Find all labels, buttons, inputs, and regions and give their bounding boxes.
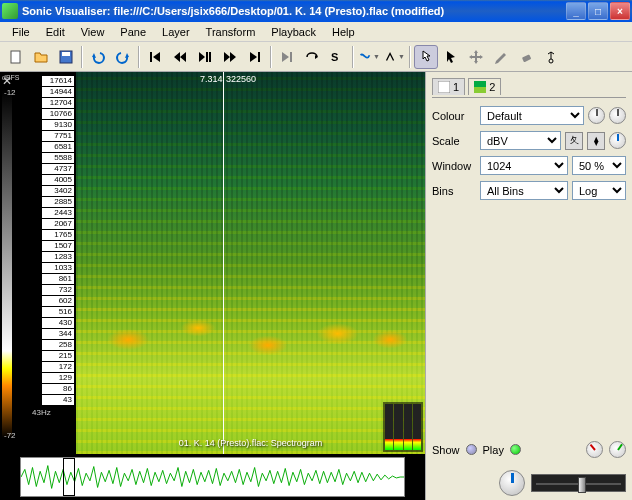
select-tool[interactable] — [439, 45, 463, 69]
record-button[interactable] — [275, 45, 299, 69]
spectrogram-view[interactable]: 7.314 322560 01. K. 14 (Presto).flac: Sp… — [76, 72, 425, 454]
move-tool[interactable] — [464, 45, 488, 69]
normalize-visible-button[interactable]: ⧫ — [587, 132, 605, 150]
freq-tick: 3402 — [42, 186, 74, 196]
layer-tab-2[interactable]: 2 — [468, 78, 501, 95]
freq-tick: 5588 — [42, 153, 74, 163]
freq-tick: 2443 — [42, 208, 74, 218]
svg-rect-7 — [290, 52, 292, 62]
erase-tool[interactable] — [514, 45, 538, 69]
show-toggle[interactable] — [466, 444, 477, 455]
menu-layer[interactable]: Layer — [154, 24, 198, 40]
svg-rect-13 — [474, 87, 486, 93]
layer-tab-1[interactable]: 1 — [432, 78, 465, 95]
svg-rect-5 — [209, 52, 211, 62]
freq-tick: 215 — [42, 351, 74, 361]
undo-button[interactable] — [86, 45, 110, 69]
freq-tick: 732 — [42, 285, 74, 295]
layer-tab-1-label: 1 — [453, 81, 459, 93]
solo-button[interactable]: S — [325, 45, 349, 69]
window-title: Sonic Visualiser: file:///C:/Users/jsix6… — [22, 5, 566, 17]
close-button[interactable]: × — [610, 2, 630, 20]
layer-tabs: 1 2 — [432, 76, 626, 98]
volume-fader[interactable] — [531, 474, 626, 492]
rewind-button[interactable] — [168, 45, 192, 69]
freq-tick: 172 — [42, 362, 74, 372]
menu-bar: File Edit View Pane Layer Transform Play… — [0, 22, 632, 42]
freq-tick: 14944 — [42, 87, 74, 97]
gain-dial[interactable] — [609, 132, 626, 149]
svg-rect-4 — [206, 52, 208, 62]
layer-gain-dial[interactable] — [609, 441, 626, 458]
freq-tick: 1283 — [42, 252, 74, 262]
menu-playback[interactable]: Playback — [263, 24, 324, 40]
menu-edit[interactable]: Edit — [38, 24, 73, 40]
pane-close-button[interactable]: ✕ — [2, 74, 16, 88]
window-size-select[interactable]: 1024 — [480, 156, 568, 175]
overview-viewport-indicator[interactable] — [63, 458, 75, 496]
playhead-cursor[interactable] — [223, 72, 224, 454]
skip-start-button[interactable] — [143, 45, 167, 69]
freq-tick: 2067 — [42, 219, 74, 229]
db-max: -12 — [4, 88, 16, 97]
svg-rect-0 — [11, 51, 20, 63]
measure-tool[interactable] — [539, 45, 563, 69]
colour-rotate-dial[interactable] — [588, 107, 605, 124]
freq-tick: 6581 — [42, 142, 74, 152]
svg-point-10 — [549, 59, 553, 63]
freq-tick: 2885 — [42, 197, 74, 207]
window-label: Window — [432, 160, 476, 172]
freq-tick: 1765 — [42, 230, 74, 240]
freq-tick: 10766 — [42, 109, 74, 119]
scale-select[interactable]: dBV — [480, 131, 561, 150]
menu-pane[interactable]: Pane — [112, 24, 154, 40]
pan-dial[interactable] — [586, 441, 603, 458]
play-pause-button[interactable] — [193, 45, 217, 69]
svg-rect-3 — [150, 52, 152, 62]
bins-scale-select[interactable]: Log — [572, 181, 626, 200]
level-meter — [383, 402, 423, 452]
save-button[interactable] — [54, 45, 78, 69]
freq-tick: 602 — [42, 296, 74, 306]
menu-file[interactable]: File — [4, 24, 38, 40]
freq-tick: 7751 — [42, 131, 74, 141]
svg-text:S: S — [331, 51, 338, 63]
waveform-overview[interactable] — [20, 457, 405, 497]
svg-rect-9 — [522, 54, 531, 62]
zoom-button[interactable]: ▼ — [382, 45, 406, 69]
freq-tick: 1033 — [42, 263, 74, 273]
menu-view[interactable]: View — [73, 24, 113, 40]
play-toggle[interactable] — [510, 444, 521, 455]
minimize-button[interactable]: _ — [566, 2, 586, 20]
freq-tick: 861 — [42, 274, 74, 284]
freq-tick: 12704 — [42, 98, 74, 108]
freq-tick: 4737 — [42, 164, 74, 174]
window-overlap-select[interactable]: 50 % — [572, 156, 626, 175]
play-label: Play — [483, 444, 504, 456]
navigate-tool[interactable] — [414, 45, 438, 69]
open-button[interactable] — [29, 45, 53, 69]
loop-button[interactable] — [300, 45, 324, 69]
freq-tick: 258 — [42, 340, 74, 350]
svg-rect-2 — [62, 52, 70, 56]
menu-help[interactable]: Help — [324, 24, 363, 40]
ffwd-button[interactable] — [218, 45, 242, 69]
playback-speed-dial[interactable] — [499, 470, 525, 496]
spectrogram-caption: 01. K. 14 (Presto).flac: Spectrogram — [179, 438, 323, 448]
app-icon — [2, 3, 18, 19]
colour-select[interactable]: Default — [480, 106, 584, 125]
freq-tick: 9130 — [42, 120, 74, 130]
new-session-button[interactable] — [4, 45, 28, 69]
menu-transform[interactable]: Transform — [198, 24, 264, 40]
align-button[interactable]: ▼ — [357, 45, 381, 69]
normalize-columns-button[interactable]: ⼡ — [565, 132, 583, 150]
db-min: -72 — [4, 431, 16, 440]
maximize-button[interactable]: □ — [588, 2, 608, 20]
bins-select[interactable]: All Bins — [480, 181, 568, 200]
freq-tick: 43 — [42, 395, 74, 405]
colour-threshold-dial[interactable] — [609, 107, 626, 124]
redo-button[interactable] — [111, 45, 135, 69]
edit-tool[interactable] — [489, 45, 513, 69]
layer-tab-2-label: 2 — [489, 81, 495, 93]
skip-end-button[interactable] — [243, 45, 267, 69]
